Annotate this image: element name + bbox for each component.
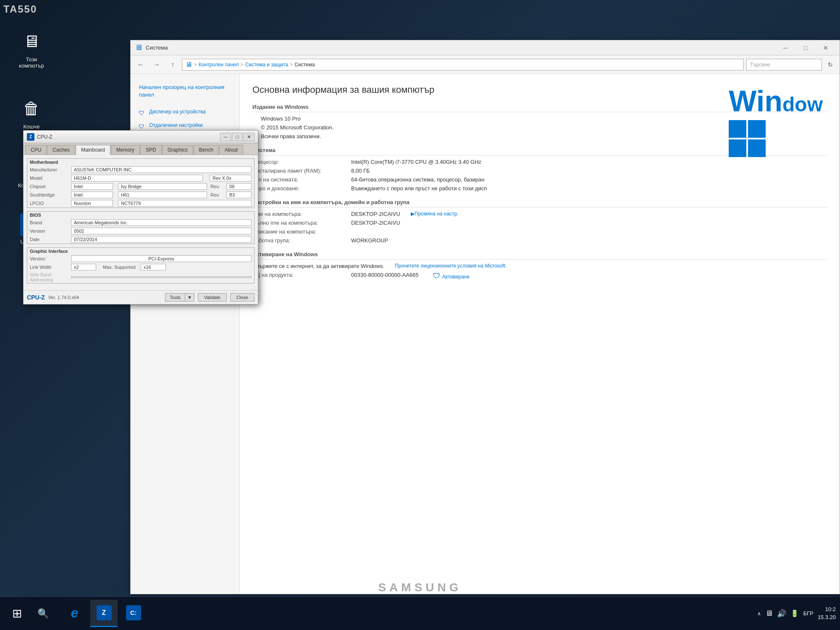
breadcrumb-sep3: > [290,62,293,68]
tray-lang[interactable]: БГР [803,610,813,617]
gi-link-label: Link Width [30,265,68,270]
tab-caches[interactable]: Caches [47,145,75,155]
chipset-value: Intel [71,183,113,190]
southbridge-label: Southbridge [30,192,68,197]
taskbar-tray: ∧ 🖥 🔊 🔋 БГР 10:2 15.3.20 [757,606,836,621]
tray-battery-icon: 🔋 [790,609,799,617]
sidebar-home-link[interactable]: Начален прозорец на контролния панел [131,80,239,102]
cpuz-tabs: CPU Caches Mainboard Memory SPD Graphics… [24,143,258,155]
full-name-row: Пълно ime на компютъра: DESKTOP-2ICAIVU [252,220,827,226]
system-window-title: Система [146,45,776,51]
sidebar-device-manager[interactable]: 🛡 Диспечер на устройства [131,106,239,120]
clock-date: 15.3.20 [818,614,836,621]
taskbar-app-cpuz[interactable]: Z [90,600,118,627]
southbridge-row: Southbridge Intel H61 Rev. B3 [27,191,254,199]
cpu-row: Процесор: Intel(R) Core(TM) i7-3770 CPU … [252,159,827,165]
back-button[interactable]: ← [134,58,147,71]
tab-about[interactable]: About [219,145,243,155]
validate-button[interactable]: Validate [198,293,227,302]
breadcrumb-sep2: > [241,62,244,68]
full-name-label: Пълно ime на компютъра: [252,220,345,226]
pen-touch-row: Перо и докосване: Въвеждането с перо или… [252,185,827,192]
pen-touch-label: Перо и докосване: [252,185,345,192]
breadcrumb[interactable]: 🖥 > Контролен панел > Система и защита >… [182,59,744,71]
activation-section: Активиране на Windows Свържете се с инте… [252,251,827,281]
tab-graphics[interactable]: Graphics [162,145,193,155]
full-name-value: DESKTOP-2ICAIVU [351,220,400,226]
windows-rights-row: Всички права запазени. [252,133,729,139]
lpcio-label: LPCIO [30,201,68,206]
bios-version-value: 0502 [71,228,252,234]
computer-name-row: Име на компютъра: DESKTOP-2ICAIVU ▶Промя… [252,211,827,217]
taskbar-app-terminal[interactable]: C: [120,600,147,627]
search-box[interactable]: Търсене [746,59,822,71]
cpuz-maximize-button[interactable]: □ [232,133,243,141]
tab-bench[interactable]: Bench [194,145,219,155]
gi-max-label: Max. Supported [103,265,136,270]
tab-spd[interactable]: SPD [140,145,162,155]
forward-button[interactable]: → [150,58,163,71]
cpuz-footer-logo: CPU-Z [27,294,45,301]
system-type-label: Тип на системата: [252,176,345,183]
activation-text-row: Свържете се с интернет, за да активирате… [252,263,827,269]
manufacturer-label: Manufacturer [30,167,68,172]
lpcio-value: Nuvoton [71,200,113,207]
system-main: Window Основна информация за вашия компю… [240,74,840,594]
refresh-button[interactable]: ↻ [824,59,836,71]
cpu-value: Intel(R) Core(TM) i7-3770 CPU @ 3.40GHz … [351,159,481,165]
bios-brand-label: Brand [30,220,68,225]
windows-logo-squares-2 [729,139,823,157]
tab-mainboard[interactable]: Mainboard [76,145,110,155]
desktop: TA550 🖥 Този компютър 🗑 Кошче 📋 Контроле… [0,0,840,630]
up-button[interactable]: ↑ [166,58,179,71]
system-window-icon: 🖥 [135,43,142,52]
tab-cpu[interactable]: CPU [25,145,47,155]
motherboard-group-title: Motherboard [27,159,254,165]
taskbar-app-edge[interactable]: e [61,600,88,627]
breadcrumb-controlpanel[interactable]: Контролен панел [199,62,239,68]
tools-button-group: Tools ▼ [165,293,194,302]
manufacturer-value: ASUSTeK COMPUTER INC. [71,166,252,173]
lpcio-name: NCT6779 [118,200,252,207]
graphic-interface-group: Graphic Interface Version PCI-Express Li… [27,247,255,284]
chipset-rev: 09 [226,183,252,190]
activate-icon: 🛡 [433,272,441,280]
close-button[interactable]: ✕ [816,42,835,54]
tray-arrow[interactable]: ∧ [757,611,761,617]
gi-max-value: x16 [141,264,166,270]
gi-version-label: Version [30,256,68,261]
southbridge-rev-label: Rev. [210,192,223,197]
bios-group-title: BIOS [27,212,254,218]
gi-version-row: Version PCI-Express [27,255,254,263]
ram-value: 8,00 ГБ [351,168,370,174]
taskbar-clock[interactable]: 10:2 15.3.20 [818,606,836,621]
change-settings-link[interactable]: ▶Промяна на настр. [411,211,459,217]
cpuz-minimize-button[interactable]: ─ [220,133,231,141]
tools-dropdown-button[interactable]: ▼ [185,293,194,302]
bios-brand-value: American Megatrends Inc. [71,219,252,226]
system-window-titlebar: 🖥 Система ─ □ ✕ [131,40,840,55]
workgroup-row: Работна група: WORKGROUP [252,237,827,244]
activate-link[interactable]: 🛡 Активиране [433,272,470,281]
cpuz-close-button[interactable]: ✕ [244,133,255,141]
ram-row: Инсталирана памет (RAM): 8,00 ГБ [252,168,827,174]
cpuz-mainboard-content: Motherboard Manufacturer ASUSTeK COMPUTE… [24,155,258,290]
tools-button[interactable]: Tools [165,293,185,302]
desktop-icon-recycle[interactable]: 🗑 Кошче [13,92,50,133]
start-button[interactable]: ⊞ [4,601,29,626]
computer-icon-label: Този компютър [16,56,47,69]
graphic-interface-title: Graphic Interface [27,248,254,255]
product-id-label: ИД на продукта: [252,272,345,281]
activation-link[interactable]: Прочетете лицензионните условия на Micro… [395,263,507,269]
shield-icon-2: 🛡 [137,122,146,131]
maximize-button[interactable]: □ [796,42,815,54]
cpuz-close-footer-button[interactable]: Close [230,293,255,302]
system-type-value: 64-битова операционна система, процесор,… [351,176,484,183]
desktop-icon-computer[interactable]: 🖥 Този компютър [13,25,50,72]
activation-title: Активиране на Windows [252,251,827,260]
tab-memory[interactable]: Memory [111,145,140,155]
taskbar-search-button[interactable]: 🔍 [32,602,55,625]
terminal-icon: C: [126,605,141,620]
minimize-button[interactable]: ─ [776,42,795,54]
breadcrumb-security[interactable]: Система и защита [245,62,289,68]
